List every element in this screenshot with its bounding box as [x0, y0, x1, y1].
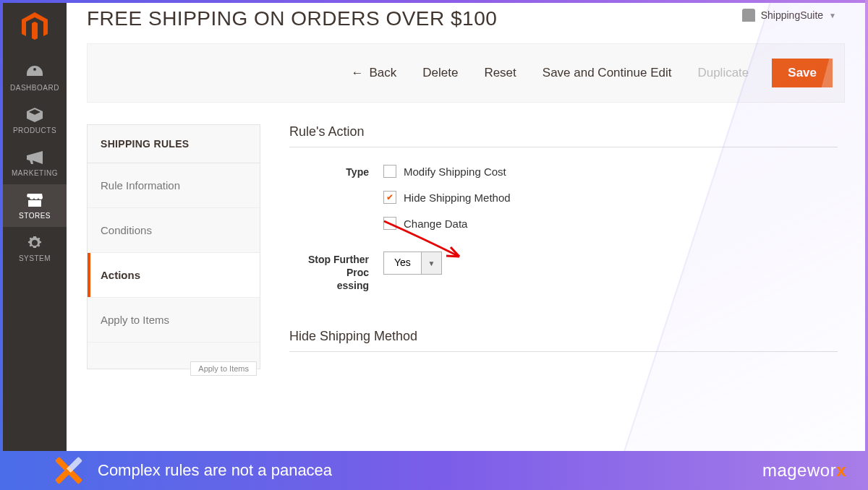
- account-username: ShippingSuite: [761, 9, 823, 21]
- user-icon: [742, 9, 755, 22]
- label-stop-further-processing: Stop Further Processing: [289, 252, 383, 293]
- checkbox-change-data[interactable]: [383, 217, 396, 230]
- duplicate-button[interactable]: Duplicate: [694, 60, 752, 86]
- page-title: FREE SHIPPING ON ORDERS OVER $100: [87, 7, 845, 30]
- x-logo-icon: [54, 456, 83, 485]
- tab-apply-to-items[interactable]: Apply to Items: [88, 298, 260, 343]
- account-menu[interactable]: ShippingSuite ▼: [742, 9, 836, 22]
- tooltip-apply-to-items: Apply to Items: [190, 361, 257, 376]
- nav-dashboard[interactable]: DASHBOARD: [3, 56, 67, 99]
- footer-brand: mageworx: [762, 460, 846, 481]
- box-icon: [26, 108, 43, 122]
- checkbox-modify-shipping-cost[interactable]: [383, 165, 396, 178]
- nav-system[interactable]: SYSTEM: [3, 227, 67, 270]
- nav-products[interactable]: PRODUCTS: [3, 99, 67, 142]
- reset-button[interactable]: Reset: [481, 60, 519, 86]
- chevron-down-icon: ▼: [829, 12, 836, 20]
- admin-nav-sidebar: DASHBOARD PRODUCTS MARKETING STORES SYST…: [3, 3, 67, 451]
- tab-actions[interactable]: Actions: [88, 253, 260, 298]
- checkbox-hide-shipping-method[interactable]: ✔: [383, 191, 396, 204]
- select-value: Yes: [384, 252, 421, 274]
- gear-icon: [26, 236, 43, 250]
- side-tabs: SHIPPING RULES Rule Information Conditio…: [87, 124, 260, 369]
- select-stop-further-processing[interactable]: Yes ▼: [383, 252, 442, 275]
- gauge-icon: [26, 65, 43, 79]
- checkbox-label-modify-shipping-cost: Modify Shipping Cost: [404, 166, 506, 178]
- chevron-down-icon: ▼: [421, 252, 441, 274]
- save-button[interactable]: Save: [772, 59, 833, 87]
- megaphone-icon: [26, 150, 43, 165]
- save-and-continue-button[interactable]: Save and Continue Edit: [540, 60, 675, 86]
- delete-button[interactable]: Delete: [420, 60, 461, 86]
- action-toolbar: ← Back Delete Reset Save and Continue Ed…: [87, 43, 845, 103]
- nav-marketing[interactable]: MARKETING: [3, 142, 67, 184]
- arrow-left-icon: ←: [351, 66, 363, 80]
- tab-rule-information[interactable]: Rule Information: [88, 163, 260, 208]
- back-button[interactable]: ← Back: [348, 60, 399, 86]
- footer-caption: Complex rules are not a panacea: [98, 461, 762, 480]
- tab-conditions[interactable]: Conditions: [88, 208, 260, 253]
- checkbox-label-hide-shipping-method: Hide Shipping Method: [404, 192, 511, 204]
- magento-logo-icon: [21, 12, 48, 42]
- side-tabs-header: SHIPPING RULES: [88, 125, 260, 163]
- section-title-hide-shipping-method: Hide Shipping Method: [289, 329, 838, 352]
- form-area: Rule's Action Type Modify Shipping Cost …: [289, 124, 845, 369]
- checkbox-label-change-data: Change Data: [404, 218, 467, 230]
- label-type: Type: [289, 165, 383, 178]
- section-title-rules-action: Rule's Action: [289, 124, 838, 147]
- storefront-icon: [26, 193, 43, 207]
- nav-stores[interactable]: STORES: [3, 184, 67, 227]
